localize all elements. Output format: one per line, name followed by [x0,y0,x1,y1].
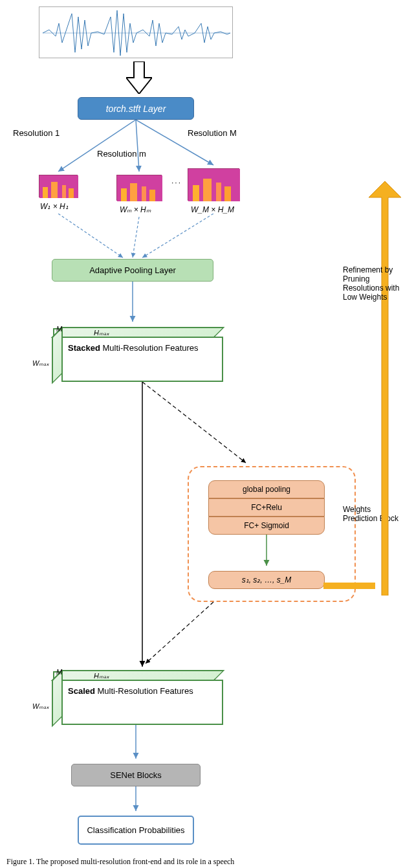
arrow-pool-to-stacked [126,282,139,327]
svg-line-20 [142,214,213,258]
adaptive-pooling-label: Adaptive Pooling Layer [89,265,176,275]
svg-line-1 [136,120,139,172]
spectrogram-M [188,168,239,201]
dots: ··· [171,178,182,187]
svg-rect-5 [51,182,58,198]
svg-line-24 [146,602,213,663]
feedback-arrow [365,181,404,595]
svg-rect-14 [193,185,199,201]
spectrogram-1 [39,175,78,197]
dim-Hmax-1: Hₘₐₓ [94,329,109,337]
dim-Hmax-2: Hₘₐₓ [94,672,109,680]
svg-rect-7 [69,188,74,198]
fc-relu-label: FC+Relu [251,503,282,512]
dim-M-1: M [56,325,62,333]
weights-output-label: s₁, s₂, …, s_M [242,575,292,584]
scaled-features-label: Scaled Multi-Resolution Features [63,681,212,701]
fc-sigmoid-label: FC+ Sigmoid [244,521,289,530]
dim-Wmax-2: Wₘₐₓ [32,702,49,711]
down-arrow-hollow [126,61,152,94]
weights-output-box: s₁, s₂, …, s_M [208,571,325,589]
svg-rect-15 [203,179,212,201]
svg-line-0 [58,120,136,172]
arrow-to-classprob [129,786,142,816]
senet-box: SENet Blocks [71,764,201,786]
class-prob-box: Classification Probabilities [78,816,194,845]
feedback-text: Refinement by Pruning Resolutions with L… [343,265,401,302]
senet-label: SENet Blocks [110,770,161,780]
global-pooling-label: global pooling [243,485,290,494]
fanin-arrows [0,214,259,262]
svg-rect-6 [62,185,66,198]
svg-rect-10 [130,183,137,201]
svg-rect-9 [121,188,127,201]
stft-layer-box: torch.stft Layer [78,97,194,120]
svg-line-2 [136,120,213,165]
dim-Wmax-1: Wₘₐₓ [32,359,49,368]
dims-m: Wₘ × Hₘ [120,205,151,214]
svg-rect-17 [224,186,231,201]
svg-rect-16 [216,183,221,201]
arrow-to-feedback [323,579,385,592]
svg-rect-12 [149,190,155,201]
fc-relu-box: FC+Relu [208,498,325,517]
svg-line-22 [142,382,246,463]
waveform-image [39,6,233,58]
scaled-features-box: Scaled Multi-Resolution Features [61,680,223,725]
arrow-wb-inner [260,535,273,570]
spectrogram-m [116,175,162,201]
stft-layer-label: torch.stft Layer [106,104,166,114]
adaptive-pooling-box: Adaptive Pooling Layer [52,259,213,282]
global-pooling-box: global pooling [208,480,325,498]
dim-M-2: M [56,668,62,676]
dims-1: W₁ × H₁ [40,202,69,211]
stacked-features-box: Stacked Multi-Resolution Features [61,337,223,382]
class-prob-label: Classification Probabilities [87,825,184,835]
svg-line-19 [133,217,139,258]
svg-rect-4 [43,187,48,198]
dims-M: W_M × H_M [191,205,234,214]
figure-caption: Figure 1. The proposed multi-resolution … [6,857,408,867]
fc-sigmoid-box: FC+ Sigmoid [208,517,325,535]
stacked-features-label: Stacked Multi-Resolution Features [63,338,212,358]
svg-line-18 [58,214,123,258]
svg-rect-11 [142,186,146,201]
arrow-to-senet [129,725,142,764]
